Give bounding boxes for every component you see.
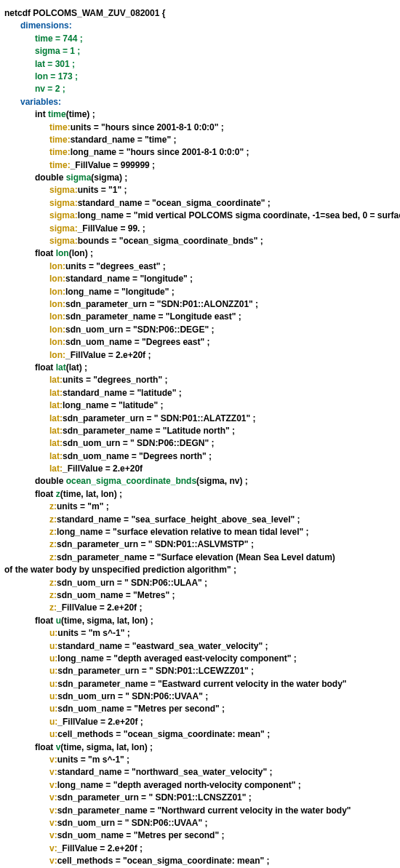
var-lon-attr: lon:sdn_uom_name = "Degrees east" ; <box>4 336 396 349</box>
var-lat-attr: lat:sdn_parameter_urn = " SDN:P01::ALATZ… <box>4 413 396 425</box>
var-time-decl: int time(time) ; <box>4 108 396 121</box>
var-z-attr: z:sdn_parameter_urn = " SDN:P01::ASLVMST… <box>4 538 396 551</box>
var-u-attr: u:sdn_parameter_name = "Eastward current… <box>4 678 396 690</box>
var-u-attr: u:long_name = "depth averaged east-veloc… <box>4 653 396 665</box>
var-u-attr: u:units = "m s^-1" ; <box>4 627 396 640</box>
var-lon-attr: lon:long_name = "longitude" ; <box>4 286 396 298</box>
var-lat-attr: lat:long_name = "latitude" ; <box>4 399 396 412</box>
var-v-attr: v:sdn_parameter_name = "Northward curren… <box>4 805 396 817</box>
var-time-attr: time:standard_name = "time" ; <box>4 134 396 146</box>
var-u-attr: u:sdn_uom_urn = " SDN:P06::UVAA" ; <box>4 690 396 703</box>
var-u-attr: u:sdn_uom_name = "Metres per second" ; <box>4 703 396 715</box>
netcdf-header: netcdf POLCOMS_WAM_ZUV_082001 { <box>4 7 396 20</box>
var-oscb-decl: double ocean_sigma_coordinate_bnds(sigma… <box>4 475 396 487</box>
var-sigma-attr: sigma:standard_name = "ocean_sigma_coord… <box>4 197 396 210</box>
var-v-attr: v:sdn_parameter_urn = " SDN:P01::LCNSZZ0… <box>4 792 396 804</box>
var-v-attr: v:standard_name = "northward_sea_water_v… <box>4 766 396 779</box>
dimensions-keyword: dimensions: <box>20 20 72 31</box>
var-z-attr: z:sdn_uom_name = "Metres" ; <box>4 589 396 602</box>
var-z-attr-cont: of the water body by unspecified predict… <box>4 564 396 576</box>
var-sigma-attr: sigma:long_name = "mid vertical POLCOMS … <box>4 210 396 222</box>
var-lon-attr: lon:sdn_parameter_urn = "SDN:P01::ALONZZ… <box>4 298 396 311</box>
var-sigma-attr: sigma:units = "1" ; <box>4 184 396 196</box>
var-u-attr: u:sdn_parameter_urn = " SDN:P01::LCEWZZ0… <box>4 665 396 677</box>
var-v-attr: v:_FillValue = 2.e+20f ; <box>4 843 396 855</box>
dim-lon: lon = 173 ; <box>35 71 78 81</box>
dim-nv: nv = 2 ; <box>35 84 65 94</box>
var-lon-attr: lon:sdn_uom_urn = "SDN:P06::DEGE" ; <box>4 324 396 336</box>
var-u-attr: u:cell_methods = "ocean_sigma_coordinate… <box>4 728 396 741</box>
var-lon-decl: float lon(lon) ; <box>4 247 396 260</box>
var-v-attr: v:sdn_uom_urn = " SDN:P06::UVAA" ; <box>4 817 396 829</box>
var-sigma-attr: sigma:_FillValue = 99. ; <box>4 223 396 235</box>
var-lon-attr: lon:sdn_parameter_name = "Longitude east… <box>4 311 396 323</box>
var-v-attr: v:sdn_uom_name = "Metres per second" ; <box>4 829 396 842</box>
var-lon-attr: lon:_FillValue = 2.e+20f ; <box>4 349 396 362</box>
var-time-attr: time:_FillValue = 999999 ; <box>4 159 396 172</box>
var-sigma-decl: double sigma(sigma) ; <box>4 172 396 184</box>
var-lat-attr: lat:sdn_uom_name = "Degrees north" ; <box>4 450 396 463</box>
var-time-attr: time:long_name = "hours since 2001-8-1 0… <box>4 146 396 159</box>
var-lat-attr: lat:sdn_uom_urn = " SDN:P06::DEGN" ; <box>4 437 396 450</box>
var-sigma-attr: sigma:bounds = "ocean_sigma_coordinate_b… <box>4 235 396 247</box>
var-u-attr: u:_FillValue = 2.e+20f ; <box>4 716 396 728</box>
var-v-decl: float v(time, sigma, lat, lon) ; <box>4 741 396 754</box>
dim-lat: lat = 301 ; <box>35 59 75 69</box>
var-time-attr: time:units = "hours since 2001-8-1 0:0:0… <box>4 122 396 134</box>
var-z-attr: z:sdn_uom_urn = " SDN:P06::ULAA" ; <box>4 577 396 589</box>
var-v-attr: v:cell_methods = "ocean_sigma_coordinate… <box>4 855 396 867</box>
var-z-attr: z:long_name = "surface elevation relativ… <box>4 526 396 538</box>
var-z-decl: float z(time, lat, lon) ; <box>4 488 396 501</box>
var-lat-decl: float lat(lat) ; <box>4 362 396 374</box>
variables-keyword: variables: <box>20 97 61 107</box>
var-u-decl: float u(time, sigma, lat, lon) ; <box>4 615 396 627</box>
var-u-attr: u:standard_name = "eastward_sea_water_ve… <box>4 640 396 653</box>
dim-sigma: sigma = 1 ; <box>35 46 80 56</box>
var-z-attr: z:units = "m" ; <box>4 501 396 513</box>
var-z-attr: z:sdn_parameter_name = "Surface elevatio… <box>4 552 396 564</box>
var-z-attr: z:standard_name = "sea_surface_height_ab… <box>4 514 396 526</box>
var-v-attr: v:long_name = "depth averaged north-velo… <box>4 779 396 792</box>
var-lat-attr: lat:standard_name = "latitude" ; <box>4 387 396 399</box>
var-lon-attr: lon:units = "degrees_east" ; <box>4 260 396 273</box>
var-v-attr: v:units = "m s^-1" ; <box>4 754 396 766</box>
var-lat-attr: lat:sdn_parameter_name = "Latitude north… <box>4 425 396 437</box>
var-z-attr: z:_FillValue = 2.e+20f ; <box>4 602 396 614</box>
var-lat-attr: lat:units = "degrees_north" ; <box>4 374 396 386</box>
dim-time: time = 744 ; <box>35 33 83 44</box>
var-lat-attr: lat:_FillValue = 2.e+20f <box>4 463 396 475</box>
var-lon-attr: lon:standard_name = "longitude" ; <box>4 273 396 285</box>
